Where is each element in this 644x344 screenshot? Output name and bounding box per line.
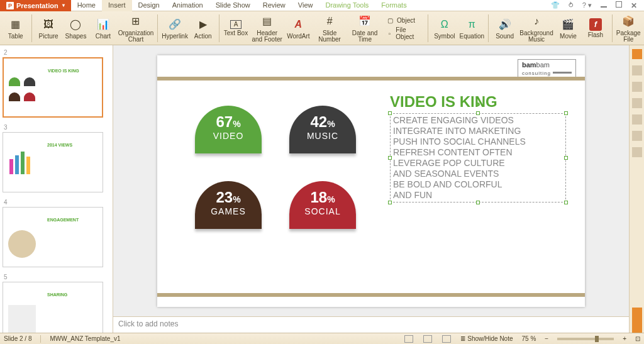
tab-slideshow[interactable]: Slide Show <box>209 0 257 11</box>
insert-shapes[interactable]: ◯Shapes <box>63 13 89 44</box>
maximize-button[interactable] <box>614 1 624 10</box>
canvas[interactable]: bambam consulting 67% VIDEO 42% MUSIC 23… <box>113 45 629 316</box>
slide-thumbnails[interactable]: 2 VIDEO IS KING 3 2014 VIEWS 4 <box>0 45 113 333</box>
slidenum-icon: # <box>322 14 337 29</box>
skin-icon[interactable]: ⥁ <box>567 1 575 10</box>
object-stack: ▢Object ▫File Object <box>383 15 425 41</box>
insert-bg-music[interactable]: ♪Background Music <box>519 13 553 44</box>
thumb-number: 3 <box>4 124 110 131</box>
thumbnail-slide-3[interactable]: 3 2014 VIEWS <box>3 124 110 192</box>
sidetool-7[interactable] <box>632 147 642 157</box>
zoom-level[interactable]: 75 % <box>522 335 536 342</box>
insert-movie[interactable]: 🎬Movie <box>555 13 581 44</box>
tab-design[interactable]: Design <box>132 0 166 11</box>
divider-top <box>157 77 585 80</box>
tab-review[interactable]: Review <box>257 0 292 11</box>
insert-action[interactable]: ▶Action <box>190 13 216 44</box>
show-hide-note[interactable]: ≣ Show/Hide Note <box>460 335 513 342</box>
user-icon[interactable]: 👕 <box>549 1 562 10</box>
bubble-music[interactable]: 42% MUSIC <box>289 106 356 153</box>
sidetool-5[interactable] <box>632 114 642 125</box>
minimize-button[interactable] <box>599 1 609 10</box>
sidetool-6[interactable] <box>632 131 642 141</box>
status-bar: Slide 2 / 8 MWW_ANZ Template_v1 ≣ Show/H… <box>0 333 644 344</box>
insert-wordart[interactable]: AWordArt <box>286 13 311 44</box>
ribbon-tabs: Home Insert Design Animation Slide Show … <box>71 0 413 11</box>
tab-view[interactable]: View <box>292 0 319 11</box>
sidetool-2[interactable] <box>632 65 642 75</box>
tab-formats[interactable]: Formats <box>375 0 413 11</box>
tab-drawing-tools[interactable]: Drawing Tools <box>319 0 375 11</box>
insert-equation[interactable]: πEquation <box>459 13 485 44</box>
chart-icon: 📊 <box>96 17 111 32</box>
sidetool-bottom[interactable] <box>632 308 642 333</box>
orgchart-icon: ⊞ <box>128 14 143 29</box>
thumb-number: 4 <box>4 199 110 206</box>
status-slide-index: Slide 2 / 8 <box>4 335 31 342</box>
mini-bubble <box>9 92 20 103</box>
tab-insert[interactable]: Insert <box>102 0 132 11</box>
insert-package[interactable]: 📦Package File <box>616 13 641 44</box>
insert-slide-number[interactable]: #Slide Number <box>313 13 347 44</box>
wordart-icon: A <box>291 17 306 32</box>
table-icon: ▦ <box>8 17 23 32</box>
insert-hyperlink[interactable]: 🔗Hyperlink <box>161 13 189 44</box>
fit-button[interactable]: ⊡ <box>635 335 640 342</box>
slide-body-text: CREATE ENGAGING VIDEOS INTEGRATE INTO MA… <box>393 115 563 201</box>
bubble-video[interactable]: 67% VIDEO <box>195 106 262 153</box>
side-toolbar <box>629 45 644 333</box>
app-menu[interactable]: P Presentation ▾ <box>0 0 71 11</box>
divider-bottom <box>157 293 585 297</box>
thumb-title: SHARING <box>47 292 67 297</box>
insert-date-time[interactable]: 📅Date and Time <box>348 13 382 44</box>
insert-flash[interactable]: fFlash <box>582 13 608 44</box>
insert-textbox[interactable]: AText Box <box>223 13 248 44</box>
tab-home[interactable]: Home <box>71 0 102 11</box>
action-icon: ▶ <box>196 17 211 32</box>
insert-org-chart[interactable]: ⊞Organization Chart <box>118 13 155 44</box>
insert-sound[interactable]: 🔊Sound <box>492 13 518 44</box>
close-button[interactable]: ✕ <box>629 1 639 10</box>
window-controls: 👕 ⥁ ? ▾ ✕ <box>549 1 644 10</box>
bubble-games[interactable]: 23% GAMES <box>195 181 262 229</box>
zoom-slider[interactable] <box>557 338 614 340</box>
insert-symbol[interactable]: ΩSymbol <box>431 13 457 44</box>
insert-table[interactable]: ▦Table <box>3 13 28 44</box>
insert-file-object[interactable]: ▫File Object <box>383 26 425 41</box>
link-icon: 🔗 <box>167 17 182 32</box>
insert-chart[interactable]: 📊Chart <box>90 13 116 44</box>
workspace: 2 VIDEO IS KING 3 2014 VIEWS 4 <box>0 45 644 333</box>
thumbnail-slide-5[interactable]: 5 SHARING <box>3 274 110 333</box>
ribbon: ▦Table 🖼Picture ◯Shapes 📊Chart ⊞Organiza… <box>0 11 644 45</box>
sidetool-4[interactable] <box>632 98 642 108</box>
thumbnail-slide-2[interactable]: 2 VIDEO IS KING <box>3 49 110 118</box>
datetime-icon: 📅 <box>357 14 372 29</box>
notes-pane[interactable]: Click to add notes <box>113 316 629 333</box>
mini-bubble <box>24 92 35 103</box>
zoom-in-button[interactable]: + <box>623 335 626 342</box>
view-reading-button[interactable] <box>442 335 451 343</box>
slide[interactable]: bambam consulting 67% VIDEO 42% MUSIC 23… <box>157 55 585 307</box>
view-normal-button[interactable] <box>404 335 413 343</box>
bubble-social[interactable]: 18% SOCIAL <box>289 181 356 229</box>
mini-bubble <box>9 77 20 86</box>
shapes-icon: ◯ <box>68 17 83 32</box>
editor-area: bambam consulting 67% VIDEO 42% MUSIC 23… <box>113 45 629 333</box>
thumbnail-slide-4[interactable]: 4 ENGAGEMENT <box>3 199 110 267</box>
help-icon[interactable]: ? ▾ <box>580 1 594 10</box>
mini-bubble <box>24 77 35 87</box>
slide-title[interactable]: VIDEO IS KING <box>390 93 497 111</box>
flash-icon: f <box>589 18 602 31</box>
sidetool-1[interactable] <box>632 49 642 59</box>
insert-object[interactable]: ▢Object <box>383 15 425 25</box>
slide-body-textbox[interactable]: CREATE ENGAGING VIDEOS INTEGRATE INTO MA… <box>390 113 566 203</box>
view-sorter-button[interactable] <box>423 335 432 343</box>
mini-image <box>8 305 36 333</box>
insert-header-footer[interactable]: ▤Header and Footer <box>250 13 284 44</box>
thumb-title: 2014 VIEWS <box>47 143 72 147</box>
tab-animation[interactable]: Animation <box>166 0 209 11</box>
sidetool-3[interactable] <box>632 82 642 92</box>
insert-picture[interactable]: 🖼Picture <box>35 13 61 44</box>
zoom-out-button[interactable]: − <box>545 335 548 342</box>
equation-icon: π <box>464 17 479 32</box>
